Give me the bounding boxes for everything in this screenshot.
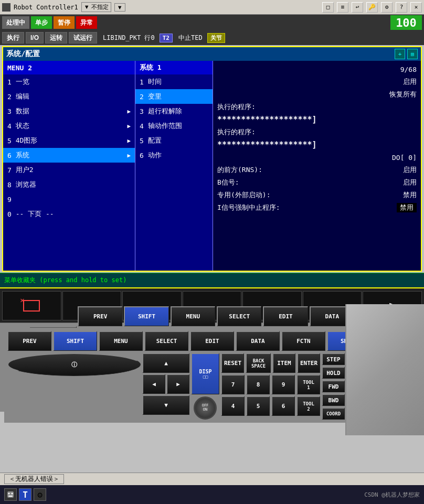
key-PREV[interactable]: PREV: [7, 331, 51, 351]
status-trial-run[interactable]: 试运行: [69, 32, 97, 44]
window-btn-help[interactable]: ?: [396, 2, 407, 13]
status-enabled: 启用: [403, 77, 417, 87]
key-edit[interactable]: EDIT: [263, 306, 308, 326]
menu-item-3[interactable]: 3 数据▶: [3, 104, 135, 119]
submenu-item-5[interactable]: 5 配置: [135, 133, 213, 148]
key-MENU[interactable]: MENU: [99, 331, 143, 351]
menu-item-1[interactable]: 1 一览: [3, 74, 135, 89]
grid-icon[interactable]: ⊞: [407, 49, 418, 59]
window-btn-3[interactable]: ↩: [352, 2, 363, 13]
key-SHIFT-L[interactable]: SHIFT: [53, 331, 97, 351]
main-content: MENU 2 1 一览 2 编辑 3 数据▶ 4 状态▶ 5 4D图形▶ 6 系…: [3, 61, 421, 271]
key-TOOL2[interactable]: TOOL 2: [296, 396, 320, 416]
submenu-header: 系统 1: [135, 61, 213, 74]
key-shift-left[interactable]: SHIFT: [124, 306, 168, 326]
submenu-item-3[interactable]: 3 超行程解除: [135, 104, 213, 119]
robot-taskbar-icon: [6, 490, 15, 499]
status-run[interactable]: 运转: [45, 32, 67, 44]
unspecified-dropdown[interactable]: ▼: [114, 3, 125, 12]
menu-item-5[interactable]: 5 4D图形▶: [3, 133, 135, 148]
window-btn-1[interactable]: □: [322, 2, 334, 13]
status-execute[interactable]: 执行: [2, 32, 24, 44]
main-title-bar: 系统/配置 + ⊞: [3, 47, 421, 61]
exec2-value: ********************]: [217, 140, 317, 149]
key-BWD[interactable]: BWD: [322, 394, 345, 406]
key-STEP[interactable]: STEP: [322, 353, 345, 365]
taskbar-gear-icon[interactable]: ⚙: [34, 488, 46, 501]
key-BACKSPACE[interactable]: BACK SPACE: [246, 353, 271, 373]
key-HOLD[interactable]: HOLD: [322, 367, 345, 379]
key-DISP[interactable]: DISP □□: [191, 353, 219, 394]
menu-item-2[interactable]: 2 编辑: [3, 89, 135, 104]
signal-label: B信号:: [217, 178, 239, 187]
key-COORD[interactable]: COORD: [322, 408, 345, 420]
key-DATA[interactable]: DATA: [236, 331, 280, 351]
submenu-item-4[interactable]: 4 轴动作范围: [135, 119, 213, 133]
key-5[interactable]: 5: [246, 396, 270, 416]
error-label: ＜无机器人错误＞: [4, 474, 64, 484]
content-status1: 启用: [217, 76, 417, 88]
func-key-group: RESET BACK SPACE ITEM ENTER 7 8 9 TOOL 1…: [221, 353, 320, 420]
key-7[interactable]: 7: [221, 374, 245, 394]
titlebar: Robot Controller1 ▼ 不指定 ▼ □ ≡ ↩ 🔑 ⚙ ? ✕: [0, 0, 424, 15]
key-ITEM[interactable]: ITEM: [272, 353, 295, 373]
key-9[interactable]: 9: [271, 374, 295, 394]
menu-item-6[interactable]: 6 系统▶: [3, 148, 135, 163]
abort-label: I信号强制中止程序:: [217, 203, 280, 212]
key-down[interactable]: ▼: [142, 395, 189, 415]
status-processing[interactable]: 处理中: [2, 16, 29, 29]
bottom-status: ＜无机器人错误＞: [0, 473, 424, 485]
tag-joint: 关节: [207, 33, 225, 43]
page-counter: 9/68: [400, 66, 417, 73]
status-step[interactable]: 单步: [31, 16, 52, 29]
key-RESET[interactable]: RESET: [221, 353, 244, 373]
key-4[interactable]: 4: [221, 396, 245, 416]
menu-item-7[interactable]: 7 用户2: [3, 163, 135, 177]
taskbar-app-icon[interactable]: [4, 488, 17, 501]
exec1-label: 执行的程序:: [217, 102, 256, 112]
key-left[interactable]: ◀: [142, 374, 165, 394]
off-on-dial2[interactable]: OFFON: [194, 396, 217, 420]
key-SELECT[interactable]: SELECT: [144, 331, 188, 351]
menu-item-9[interactable]: 9: [3, 192, 135, 207]
status-io[interactable]: I/O: [26, 32, 44, 44]
key-up[interactable]: ▲: [142, 353, 189, 373]
key-TOOL1[interactable]: TOOL 1: [296, 374, 320, 394]
status-pause[interactable]: 暂停: [54, 16, 75, 29]
key-prev[interactable]: PREV: [78, 306, 122, 326]
key-8[interactable]: 8: [246, 374, 270, 394]
menu-item-8[interactable]: 8 浏览器: [3, 177, 135, 192]
menu-item-4[interactable]: 4 状态▶: [3, 119, 135, 133]
status-error[interactable]: 异常: [76, 16, 97, 29]
exec2-label: 执行的程序:: [217, 127, 256, 137]
recover-label: 恢复所有: [389, 90, 417, 99]
content-exec2-label: 执行的程序:: [217, 126, 417, 138]
window-btn-5[interactable]: ⚙: [381, 2, 393, 13]
key-menu[interactable]: MENU: [171, 306, 215, 326]
expand-icon[interactable]: +: [395, 49, 405, 59]
content-exec1-label: 执行的程序:: [217, 101, 417, 113]
key-6[interactable]: 6: [271, 396, 295, 416]
external-value: 禁用: [403, 190, 417, 200]
window-btn-4[interactable]: 🔑: [366, 2, 378, 13]
submenu-item-6[interactable]: 6 动作: [135, 148, 213, 163]
submenu-item-2[interactable]: 2 变里: [135, 89, 213, 104]
key-FWD[interactable]: FWD: [322, 380, 345, 392]
softkey-1[interactable]: ✕: [2, 291, 61, 320]
window-btn-2[interactable]: ≡: [337, 2, 348, 13]
svg-point-2: [12, 493, 13, 495]
rns-value: 启用: [403, 165, 417, 175]
key-ENTER[interactable]: ENTER: [297, 353, 320, 373]
menu-item-0[interactable]: 0 -- 下页 --: [3, 207, 135, 221]
key-EDIT[interactable]: EDIT: [190, 331, 234, 351]
controller-dropdown[interactable]: ▼ 不指定: [81, 2, 111, 12]
taskbar-text-icon[interactable]: T: [19, 488, 31, 501]
window-btn-close[interactable]: ✕: [410, 2, 422, 13]
key-select[interactable]: SELECT: [217, 306, 261, 326]
statusbar-row2: 执行 I/O 运转 试运行 LIBIND_PKT 行0 T2 中止TED 关节: [0, 30, 424, 45]
key-right[interactable]: ▶: [166, 374, 189, 394]
key-FCTN[interactable]: FCTN: [281, 331, 325, 351]
content-exec1-value: ********************]: [217, 113, 417, 126]
submenu-item-1[interactable]: 1 时间: [135, 74, 213, 89]
key-i[interactable]: ⓘ: [7, 353, 141, 376]
